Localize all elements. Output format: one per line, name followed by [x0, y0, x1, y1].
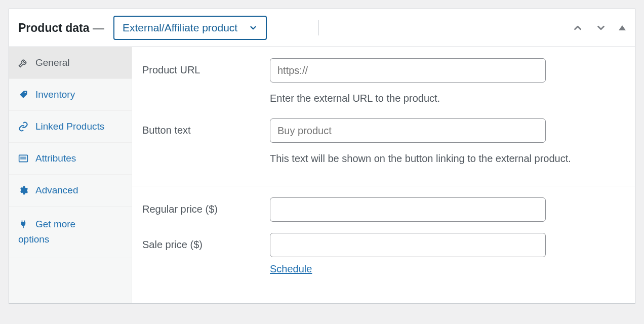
product-type-select[interactable]: External/Affiliate product [113, 16, 267, 40]
move-down-icon[interactable] [595, 22, 607, 33]
schedule-link[interactable]: Schedule [270, 263, 312, 275]
regular-price-input[interactable] [270, 197, 546, 222]
product-data-panel: Product data — External/Affiliate produc… [9, 9, 635, 304]
header-controls [572, 22, 626, 33]
link-icon [18, 122, 28, 132]
sidebar: General Inventory Linked Products Attrib… [9, 47, 132, 303]
main-content: Product URL Enter the external URL to th… [132, 47, 635, 303]
sale-price-input[interactable] [270, 233, 546, 257]
plug-icon [18, 219, 28, 229]
tab-attributes[interactable]: Attributes [9, 143, 132, 175]
panel-body: General Inventory Linked Products Attrib… [9, 47, 635, 303]
panel-header: Product data — External/Affiliate produc… [9, 9, 635, 47]
tab-linked-products[interactable]: Linked Products [9, 111, 132, 143]
wrench-icon [18, 58, 28, 68]
tab-general[interactable]: General [9, 47, 132, 79]
tag-icon [18, 90, 28, 100]
regular-price-label: Regular price ($) [142, 197, 270, 215]
section-pricing: Regular price ($) Sale price ($) Schedul… [132, 186, 635, 293]
button-text-input[interactable] [270, 118, 546, 143]
section-external: Product URL Enter the external URL to th… [132, 47, 635, 186]
chevron-down-icon [249, 23, 258, 32]
tab-label: Inventory [35, 89, 75, 100]
svg-marker-0 [619, 25, 626, 30]
panel-title: Product data — [18, 21, 104, 35]
button-text-label: Button text [142, 118, 270, 136]
field-product-url: Product URL Enter the external URL to th… [142, 58, 625, 107]
product-url-input[interactable] [270, 58, 546, 83]
gear-icon [18, 185, 28, 195]
tab-inventory[interactable]: Inventory [9, 79, 132, 111]
sale-price-label: Sale price ($) [142, 233, 270, 251]
product-url-description: Enter the external URL to the product. [270, 90, 574, 107]
tab-label: Attributes [35, 153, 76, 164]
tab-label-line1: Get more [35, 217, 75, 232]
tab-label: General [35, 57, 70, 68]
panel-title-dash: — [90, 21, 104, 34]
tab-label-line2: options [18, 234, 49, 245]
toggle-panel-icon[interactable] [619, 25, 626, 30]
list-icon [18, 153, 28, 164]
tab-label: Linked Products [35, 121, 104, 132]
button-text-description: This text will be shown on the button li… [270, 150, 574, 168]
product-url-label: Product URL [142, 58, 270, 76]
product-type-selected-label: External/Affiliate product [123, 22, 237, 34]
tab-get-more-options[interactable]: Get more options [9, 207, 132, 258]
field-regular-price: Regular price ($) [142, 197, 625, 222]
tab-label: Advanced [35, 185, 78, 196]
tab-advanced[interactable]: Advanced [9, 175, 132, 207]
field-sale-price: Sale price ($) Schedule [142, 233, 625, 275]
move-up-icon[interactable] [572, 22, 583, 33]
field-button-text: Button text This text will be shown on t… [142, 118, 625, 168]
panel-title-prefix: Product data [18, 21, 90, 34]
header-divider [318, 20, 319, 35]
